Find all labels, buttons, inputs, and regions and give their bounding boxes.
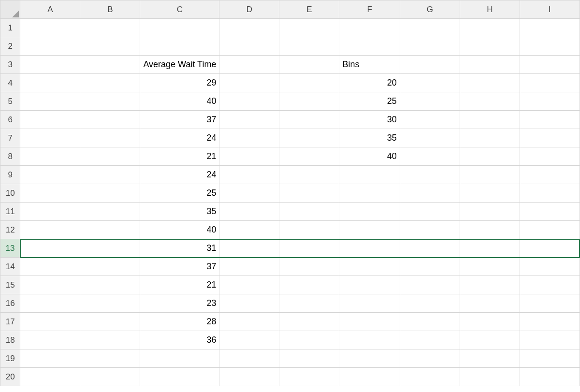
cell-B8[interactable] bbox=[80, 147, 140, 166]
cell-B11[interactable] bbox=[80, 203, 140, 221]
cell-A18[interactable] bbox=[20, 331, 80, 349]
column-header-E[interactable]: E bbox=[279, 0, 339, 19]
cell-H8[interactable] bbox=[460, 147, 520, 166]
cell-I15[interactable] bbox=[520, 276, 580, 294]
cell-I3[interactable] bbox=[520, 56, 580, 74]
cell-H19[interactable] bbox=[460, 349, 520, 368]
cell-F11[interactable] bbox=[339, 203, 400, 221]
cell-B12[interactable] bbox=[80, 221, 140, 239]
cell-E1[interactable] bbox=[279, 19, 339, 37]
cell-H9[interactable] bbox=[460, 166, 520, 184]
cell-B16[interactable] bbox=[80, 294, 140, 313]
cell-E11[interactable] bbox=[279, 203, 339, 221]
cell-C16[interactable]: 23 bbox=[140, 294, 219, 313]
cell-D9[interactable] bbox=[219, 166, 279, 184]
cell-E15[interactable] bbox=[279, 276, 339, 294]
cell-B13[interactable] bbox=[80, 239, 140, 258]
cell-D13[interactable] bbox=[219, 239, 279, 258]
cell-E6[interactable] bbox=[279, 111, 339, 129]
cell-C7[interactable]: 24 bbox=[140, 129, 219, 147]
cell-F2[interactable] bbox=[339, 37, 400, 56]
cell-B7[interactable] bbox=[80, 129, 140, 147]
cell-B2[interactable] bbox=[80, 37, 140, 56]
row-header-14[interactable]: 14 bbox=[0, 258, 20, 276]
cell-G11[interactable] bbox=[400, 203, 460, 221]
cell-G19[interactable] bbox=[400, 349, 460, 368]
row-header-19[interactable]: 19 bbox=[0, 349, 20, 368]
cell-C9[interactable]: 24 bbox=[140, 166, 219, 184]
cell-G6[interactable] bbox=[400, 111, 460, 129]
cell-F4[interactable]: 20 bbox=[339, 74, 400, 92]
cell-C20[interactable] bbox=[140, 368, 219, 386]
column-header-I[interactable]: I bbox=[520, 0, 580, 19]
cell-I1[interactable] bbox=[520, 19, 580, 37]
column-header-B[interactable]: B bbox=[80, 0, 140, 19]
cell-D17[interactable] bbox=[219, 313, 279, 331]
cell-B3[interactable] bbox=[80, 56, 140, 74]
cell-H20[interactable] bbox=[460, 368, 520, 386]
cell-G7[interactable] bbox=[400, 129, 460, 147]
cell-I7[interactable] bbox=[520, 129, 580, 147]
cell-C14[interactable]: 37 bbox=[140, 258, 219, 276]
cell-B5[interactable] bbox=[80, 92, 140, 111]
cell-C1[interactable] bbox=[140, 19, 219, 37]
cell-A3[interactable] bbox=[20, 56, 80, 74]
cell-C8[interactable]: 21 bbox=[140, 147, 219, 166]
cell-I13[interactable] bbox=[520, 239, 580, 258]
cell-F8[interactable]: 40 bbox=[339, 147, 400, 166]
cell-G2[interactable] bbox=[400, 37, 460, 56]
cell-B10[interactable] bbox=[80, 184, 140, 203]
cell-D3[interactable] bbox=[219, 56, 279, 74]
row-header-15[interactable]: 15 bbox=[0, 276, 20, 294]
cell-H1[interactable] bbox=[460, 19, 520, 37]
row-header-17[interactable]: 17 bbox=[0, 313, 20, 331]
cell-H16[interactable] bbox=[460, 294, 520, 313]
cell-G12[interactable] bbox=[400, 221, 460, 239]
cell-I17[interactable] bbox=[520, 313, 580, 331]
cell-F15[interactable] bbox=[339, 276, 400, 294]
row-header-7[interactable]: 7 bbox=[0, 129, 20, 147]
cell-C5[interactable]: 40 bbox=[140, 92, 219, 111]
cell-D12[interactable] bbox=[219, 221, 279, 239]
cell-A20[interactable] bbox=[20, 368, 80, 386]
cell-H6[interactable] bbox=[460, 111, 520, 129]
row-header-9[interactable]: 9 bbox=[0, 166, 20, 184]
cell-F20[interactable] bbox=[339, 368, 400, 386]
cell-H4[interactable] bbox=[460, 74, 520, 92]
cell-H14[interactable] bbox=[460, 258, 520, 276]
row-header-11[interactable]: 11 bbox=[0, 203, 20, 221]
cell-E3[interactable] bbox=[279, 56, 339, 74]
cell-F3[interactable]: Bins bbox=[339, 56, 400, 74]
cell-F7[interactable]: 35 bbox=[339, 129, 400, 147]
cell-B4[interactable] bbox=[80, 74, 140, 92]
cell-B14[interactable] bbox=[80, 258, 140, 276]
cell-D20[interactable] bbox=[219, 368, 279, 386]
cell-A6[interactable] bbox=[20, 111, 80, 129]
cell-G13[interactable] bbox=[400, 239, 460, 258]
cell-E14[interactable] bbox=[279, 258, 339, 276]
cell-H11[interactable] bbox=[460, 203, 520, 221]
cell-F5[interactable]: 25 bbox=[339, 92, 400, 111]
row-header-5[interactable]: 5 bbox=[0, 92, 20, 111]
column-header-G[interactable]: G bbox=[400, 0, 460, 19]
cell-E4[interactable] bbox=[279, 74, 339, 92]
cell-A8[interactable] bbox=[20, 147, 80, 166]
select-all-corner[interactable] bbox=[0, 0, 20, 19]
cell-G14[interactable] bbox=[400, 258, 460, 276]
cell-A15[interactable] bbox=[20, 276, 80, 294]
cell-G9[interactable] bbox=[400, 166, 460, 184]
cell-A13[interactable] bbox=[20, 239, 80, 258]
cell-G3[interactable] bbox=[400, 56, 460, 74]
row-header-18[interactable]: 18 bbox=[0, 331, 20, 349]
cell-E12[interactable] bbox=[279, 221, 339, 239]
cell-I10[interactable] bbox=[520, 184, 580, 203]
cell-E10[interactable] bbox=[279, 184, 339, 203]
cell-A1[interactable] bbox=[20, 19, 80, 37]
row-header-12[interactable]: 12 bbox=[0, 221, 20, 239]
column-header-D[interactable]: D bbox=[219, 0, 279, 19]
cell-G16[interactable] bbox=[400, 294, 460, 313]
cell-I2[interactable] bbox=[520, 37, 580, 56]
cell-A19[interactable] bbox=[20, 349, 80, 368]
cell-G18[interactable] bbox=[400, 331, 460, 349]
cell-I19[interactable] bbox=[520, 349, 580, 368]
